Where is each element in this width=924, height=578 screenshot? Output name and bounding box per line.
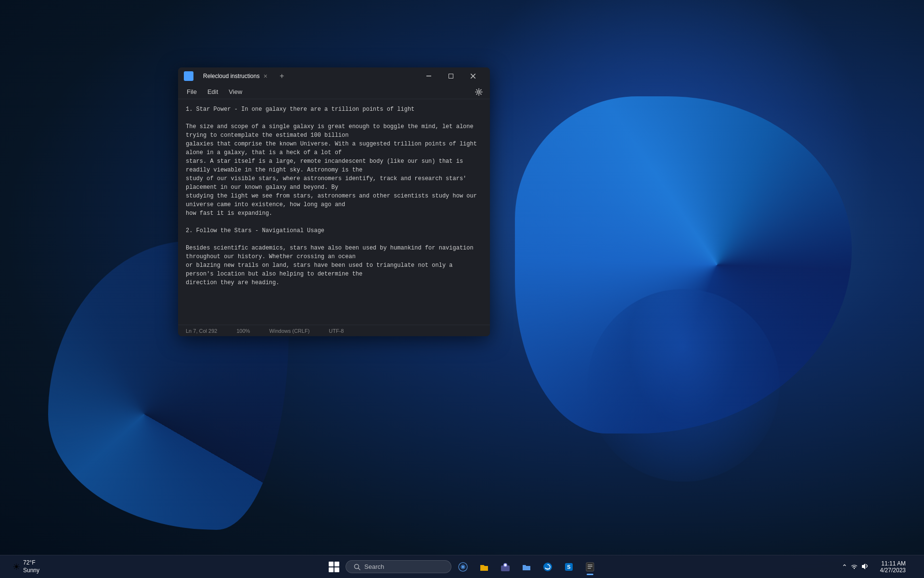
taskbar: ☀ 72°F Sunny Search	[0, 555, 924, 578]
document-text: 1. Star Power - In one galaxy there are …	[186, 105, 482, 287]
new-tab-button[interactable]: +	[276, 70, 288, 82]
svg-rect-3	[186, 77, 189, 78]
system-tray-icons[interactable]: ⌃	[838, 561, 873, 573]
svg-point-8	[478, 91, 480, 93]
taskbar-right: ⌃ 11:11 AM 4/27/2023	[838, 557, 916, 577]
svg-rect-21	[588, 565, 592, 565]
show-desktop-button[interactable]	[913, 557, 916, 577]
view-menu[interactable]: View	[224, 86, 247, 97]
start-icon	[329, 562, 339, 572]
taskbar-center: Search	[324, 557, 600, 577]
tray-overflow-icon: ⌃	[842, 563, 847, 571]
close-button[interactable]	[462, 68, 484, 84]
volume-icon	[861, 563, 869, 571]
minimize-button[interactable]	[418, 68, 440, 84]
svg-rect-1	[186, 74, 191, 75]
store-button[interactable]: S	[559, 557, 578, 577]
teams-button[interactable]	[496, 557, 515, 577]
weather-widget[interactable]: ☀ 72°F Sunny	[8, 557, 44, 576]
notepad-taskbar-button[interactable]	[580, 557, 600, 577]
start-button[interactable]	[324, 557, 344, 577]
weather-temp: 72°F	[23, 559, 39, 567]
svg-line-10	[359, 568, 360, 570]
edit-menu[interactable]: Edit	[203, 86, 223, 97]
settings-button[interactable]	[472, 86, 486, 98]
tab-title: Relecloud instructions	[203, 73, 259, 79]
folder-button[interactable]	[517, 557, 536, 577]
clock-time: 11:11 AM	[881, 560, 906, 567]
svg-point-16	[504, 564, 507, 566]
file-menu[interactable]: File	[182, 86, 202, 97]
svg-point-24	[853, 568, 854, 569]
tab-bar: Relecloud instructions × +	[197, 69, 418, 83]
status-bar: Ln 7, Col 292 100% Windows (CRLF) UTF-8	[178, 325, 490, 336]
window-titlebar: Relecloud instructions × +	[178, 67, 490, 85]
active-tab[interactable]: Relecloud instructions ×	[197, 69, 274, 83]
wifi-icon	[850, 563, 858, 571]
menu-bar: File Edit View	[178, 85, 490, 99]
file-explorer-button[interactable]	[475, 557, 494, 577]
svg-rect-22	[588, 566, 592, 567]
svg-rect-2	[186, 76, 190, 77]
weather-condition: Sunny	[23, 567, 39, 575]
maximize-button[interactable]	[440, 68, 462, 84]
weather-icon: ☀	[13, 562, 20, 572]
line-ending: Windows (CRLF)	[270, 328, 310, 334]
svg-point-17	[543, 563, 552, 571]
search-label: Search	[364, 563, 384, 570]
copilot-button[interactable]	[453, 557, 473, 577]
svg-point-13	[462, 566, 464, 568]
encoding: UTF-8	[329, 328, 344, 334]
app-icon	[184, 71, 193, 81]
search-icon	[354, 564, 360, 570]
cursor-position: Ln 7, Col 292	[186, 328, 217, 334]
clock-date: 4/27/2023	[880, 567, 906, 574]
swirl-shape-3	[587, 289, 780, 482]
svg-rect-4	[426, 76, 431, 77]
edge-button[interactable]	[538, 557, 557, 577]
clock-widget[interactable]: 11:11 AM 4/27/2023	[876, 559, 910, 575]
svg-text:S: S	[567, 564, 570, 570]
svg-rect-5	[449, 74, 453, 79]
tab-close-button[interactable]: ×	[262, 73, 268, 79]
notepad-window: Relecloud instructions × + File Edit Vie…	[178, 67, 490, 336]
taskbar-left: ☀ 72°F Sunny	[8, 557, 44, 576]
window-controls	[418, 68, 484, 84]
text-editor-content[interactable]: 1. Star Power - In one galaxy there are …	[178, 99, 490, 325]
svg-rect-23	[588, 568, 591, 569]
weather-info: 72°F Sunny	[23, 559, 39, 574]
zoom-level: 100%	[236, 328, 250, 334]
search-button[interactable]: Search	[346, 560, 451, 573]
